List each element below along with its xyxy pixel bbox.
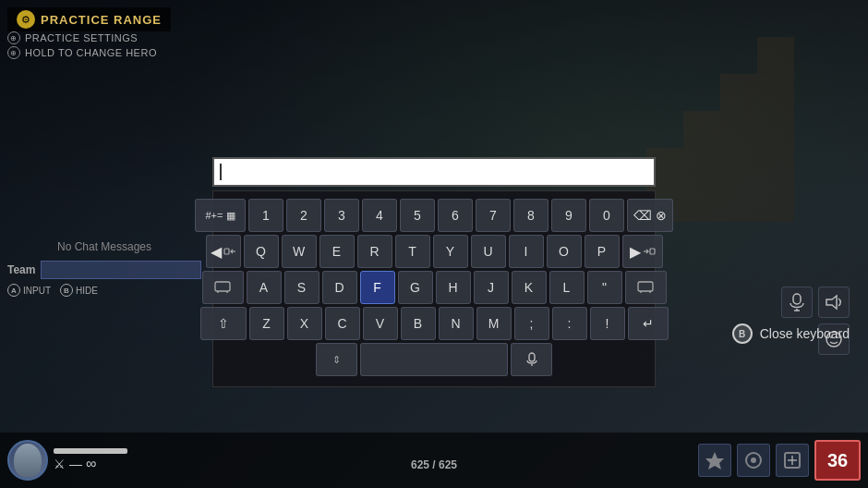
key-m[interactable]: M xyxy=(476,307,512,340)
key-i[interactable]: I xyxy=(509,235,544,268)
title-bar: ⚙ PRACTICE RANGE xyxy=(7,7,171,31)
key-n[interactable]: N xyxy=(439,307,474,340)
key-v[interactable]: V xyxy=(363,307,398,340)
key-t[interactable]: T xyxy=(395,235,430,268)
key-3[interactable]: 3 xyxy=(324,199,359,232)
svg-rect-8 xyxy=(650,249,655,254)
input-button[interactable]: A INPUT xyxy=(7,284,51,297)
key-shift[interactable]: ⇧ xyxy=(200,307,247,340)
key-backspace[interactable]: ⌫ ⊗ xyxy=(627,199,673,232)
text-input-field[interactable] xyxy=(212,157,656,187)
avatar xyxy=(7,440,48,481)
health-icons: ⚔ — ∞ xyxy=(54,456,127,472)
health-area: ⚔ — ∞ xyxy=(7,440,127,481)
change-hero-icon: ⊕ xyxy=(7,46,20,59)
team-chat-input[interactable] xyxy=(41,261,201,279)
practice-settings-label: PRACTICE SETTINGS xyxy=(25,32,138,43)
key-j[interactable]: J xyxy=(474,271,509,304)
keyboard-wrapper: #+= ▦ 1 2 3 4 5 6 7 8 9 0 ⌫ ⊗ ◀ Q xyxy=(212,190,656,387)
key-exclaim[interactable]: ! xyxy=(590,307,625,340)
key-special-bottom[interactable]: ⇕ xyxy=(316,343,357,376)
svg-marker-21 xyxy=(826,296,837,309)
key-enter[interactable]: ↵ xyxy=(628,307,669,340)
ability-icons: 36 xyxy=(698,440,861,481)
close-keyboard-prompt[interactable]: B Close keyboard xyxy=(732,323,850,344)
key-p[interactable]: P xyxy=(585,235,620,268)
key-7[interactable]: 7 xyxy=(476,199,511,232)
chat-panel: No Chat Messages Team A INPUT B HIDE xyxy=(7,240,201,297)
key-modifier-right[interactable] xyxy=(625,271,667,304)
key-e[interactable]: E xyxy=(319,235,355,268)
key-g[interactable]: G xyxy=(398,271,433,304)
practice-range-icon: ⚙ xyxy=(17,10,35,29)
key-x[interactable]: X xyxy=(287,307,322,340)
right-side-icons xyxy=(781,287,850,355)
key-h[interactable]: H xyxy=(436,271,471,304)
top-menu: ⊕ PRACTICE SETTINGS ⊕ HOLD TO CHANGE HER… xyxy=(7,31,157,59)
key-5[interactable]: 5 xyxy=(400,199,435,232)
key-z[interactable]: Z xyxy=(249,307,284,340)
key-right-arrow[interactable]: ▶ xyxy=(622,235,663,268)
svg-rect-18 xyxy=(793,294,801,304)
key-left-arrow[interactable]: ◀ xyxy=(206,235,241,268)
key-w[interactable]: W xyxy=(282,235,317,268)
hide-btn-label: HIDE xyxy=(76,286,98,296)
dash-icon: — xyxy=(69,457,82,471)
health-bar-fill xyxy=(54,448,127,454)
key-colon[interactable]: : xyxy=(552,307,587,340)
svg-rect-16 xyxy=(529,353,535,361)
ability-1[interactable] xyxy=(698,444,731,477)
keyboard-row-space: ⇕ xyxy=(221,343,647,376)
key-u[interactable]: U xyxy=(471,235,506,268)
keyboard-row-1: ◀ Q W E R T Y U I O P ▶ xyxy=(221,235,647,268)
key-semicolon[interactable]: ; xyxy=(514,307,549,340)
key-r[interactable]: R xyxy=(357,235,392,268)
key-2[interactable]: 2 xyxy=(286,199,321,232)
hp-counter: 625 / 625 xyxy=(411,457,457,471)
key-k[interactable]: K xyxy=(512,271,547,304)
chat-buttons: A INPUT B HIDE xyxy=(7,284,201,297)
hide-button[interactable]: B HIDE xyxy=(60,284,98,297)
ability-3[interactable] xyxy=(776,444,809,477)
key-l[interactable]: L xyxy=(549,271,585,304)
infinity-icon: ∞ xyxy=(86,456,96,472)
key-6[interactable]: 6 xyxy=(438,199,473,232)
key-1[interactable]: 1 xyxy=(248,199,283,232)
key-8[interactable]: 8 xyxy=(513,199,549,232)
ultimate-box[interactable]: 36 xyxy=(814,440,861,481)
text-cursor xyxy=(220,164,222,180)
ability-2[interactable] xyxy=(737,444,770,477)
key-4[interactable]: 4 xyxy=(362,199,397,232)
key-f[interactable]: F xyxy=(360,271,395,304)
avatar-image xyxy=(14,444,42,477)
key-a[interactable]: A xyxy=(247,271,282,304)
key-q[interactable]: Q xyxy=(244,235,279,268)
close-keyboard-button-icon: B xyxy=(732,323,753,344)
key-d[interactable]: D xyxy=(322,271,357,304)
key-c[interactable]: C xyxy=(325,307,360,340)
key-mic[interactable] xyxy=(511,343,552,376)
key-b[interactable]: B xyxy=(401,307,436,340)
keyboard-row-numbers: #+= ▦ 1 2 3 4 5 6 7 8 9 0 ⌫ ⊗ xyxy=(221,199,647,232)
input-btn-icon: A xyxy=(7,284,20,297)
key-symbol[interactable]: #+= ▦ xyxy=(195,199,246,232)
key-s[interactable]: S xyxy=(284,271,319,304)
change-hero-item[interactable]: ⊕ HOLD TO CHANGE HERO xyxy=(7,46,157,59)
key-modifier-left[interactable] xyxy=(202,271,244,304)
svg-point-2 xyxy=(751,458,756,463)
keyboard-row-3: ⇧ Z X C V B N M ; : ! ↵ xyxy=(221,307,647,340)
side-icon-mic[interactable] xyxy=(781,287,813,318)
svg-marker-0 xyxy=(705,452,724,470)
key-o[interactable]: O xyxy=(547,235,582,268)
svg-rect-13 xyxy=(638,282,653,291)
key-9[interactable]: 9 xyxy=(551,199,586,232)
side-icon-volume[interactable] xyxy=(818,287,850,318)
key-0[interactable]: 0 xyxy=(589,199,624,232)
change-hero-label: HOLD TO CHANGE HERO xyxy=(25,47,157,58)
side-icon-row-top xyxy=(781,287,850,318)
close-keyboard-label: Close keyboard xyxy=(760,326,850,341)
key-quote[interactable]: " xyxy=(587,271,622,304)
key-y[interactable]: Y xyxy=(433,235,468,268)
practice-settings-item[interactable]: ⊕ PRACTICE SETTINGS xyxy=(7,31,157,44)
key-spacebar[interactable] xyxy=(360,343,508,376)
